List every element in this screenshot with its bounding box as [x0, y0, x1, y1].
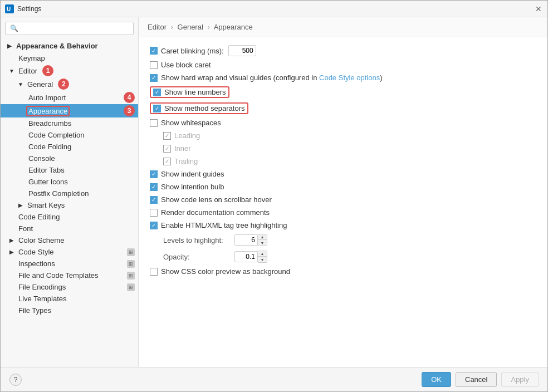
cancel-button[interactable]: Cancel	[456, 372, 497, 387]
show-line-numbers-checkbox[interactable]	[153, 89, 161, 96]
footer-left: ?	[9, 374, 417, 386]
general-badge: 2	[58, 79, 69, 90]
code-style-badge: ⊞	[127, 248, 135, 256]
sidebar-item-editor-tabs[interactable]: Editor Tabs	[1, 164, 138, 176]
opacity-up-button[interactable]: ▲	[258, 251, 267, 257]
enable-html-xml-label[interactable]: Enable HTML/XML tag tree highlighting	[150, 221, 287, 229]
sidebar-item-inspections[interactable]: Inspections ⊞	[1, 258, 138, 270]
chevron-right-icon2: ▶	[16, 202, 25, 208]
leading-checkbox[interactable]	[163, 132, 171, 140]
leading-label[interactable]: Leading	[163, 131, 200, 140]
levels-down-button[interactable]: ▼	[258, 240, 267, 246]
sidebar-item-code-style[interactable]: ▶ Code Style ⊞	[1, 246, 138, 258]
sidebar-item-console[interactable]: Console	[1, 153, 138, 164]
sidebar-item-file-types[interactable]: File Types	[1, 305, 138, 316]
sidebar-item-appearance-behavior[interactable]: ▶ Appearance & Behavior	[1, 40, 138, 52]
breadcrumb-editor: Editor	[148, 23, 167, 31]
auto-import-badge: 4	[124, 92, 135, 103]
help-button[interactable]: ?	[9, 374, 22, 386]
sidebar-item-editor[interactable]: ▼ Editor 1	[1, 64, 138, 77]
show-method-separators-highlight: Show method separators	[150, 102, 248, 114]
sidebar-item-code-folding[interactable]: Code Folding	[1, 141, 138, 153]
sidebar-item-label: Appearance	[26, 106, 70, 116]
show-method-separators-checkbox[interactable]	[153, 105, 161, 112]
show-indent-guides-checkbox[interactable]	[150, 170, 158, 178]
show-indent-guides-text: Show indent guides	[161, 170, 224, 178]
enable-html-xml-checkbox[interactable]	[150, 222, 158, 229]
show-indent-guides-label[interactable]: Show indent guides	[150, 170, 224, 178]
inner-label[interactable]: Inner	[163, 144, 191, 153]
breadcrumb-sep2: ›	[207, 23, 209, 31]
chevron-down-icon2: ▼	[16, 81, 25, 87]
inner-text: Inner	[174, 144, 191, 153]
show-whitespaces-text: Show whitespaces	[161, 119, 221, 127]
sidebar-item-label: File and Code Templates	[16, 271, 101, 280]
render-doc-comments-label[interactable]: Render documentation comments	[150, 208, 270, 217]
show-line-numbers-text: Show line numbers	[164, 88, 226, 96]
sidebar-item-postfix-completion[interactable]: Postfix Completion	[1, 188, 138, 199]
chevron-right-icon3: ▶	[7, 237, 16, 243]
show-line-numbers-highlight: Show line numbers	[150, 86, 229, 98]
search-input[interactable]	[5, 22, 134, 35]
levels-up-button[interactable]: ▲	[258, 234, 267, 240]
sidebar-item-live-templates[interactable]: Live Templates	[1, 293, 138, 305]
show-method-separators-label[interactable]: Show method separators	[153, 104, 245, 112]
caret-blinking-label[interactable]: Caret blinking (ms):	[150, 47, 224, 55]
svg-text:U: U	[7, 6, 11, 12]
code-style-link[interactable]: Code Style options	[319, 74, 380, 82]
sidebar-item-label: Console	[26, 154, 57, 163]
trailing-label[interactable]: Trailing	[163, 157, 198, 165]
app-icon: U	[5, 4, 14, 13]
use-block-caret-label[interactable]: Use block caret	[150, 61, 211, 69]
levels-input[interactable]	[234, 234, 258, 246]
chevron-down-icon: ▼	[7, 68, 16, 74]
show-code-lens-checkbox[interactable]	[150, 196, 158, 204]
sidebar-item-file-code-templates[interactable]: File and Code Templates ⊞	[1, 270, 138, 281]
sidebar-item-label: Code Completion	[26, 130, 86, 140]
show-hard-wrap-checkbox[interactable]	[150, 74, 158, 82]
sidebar-item-label: Auto Import	[26, 93, 68, 102]
sidebar-item-appearance-selected[interactable]: Appearance 3	[1, 104, 138, 117]
opacity-down-button[interactable]: ▼	[258, 257, 267, 262]
show-code-lens-label[interactable]: Show code lens on scrollbar hover	[150, 195, 272, 204]
ok-button[interactable]: OK	[422, 372, 451, 387]
sidebar-item-auto-import[interactable]: Auto Import 4	[1, 91, 138, 104]
sidebar-item-label: Postfix Completion	[26, 189, 91, 198]
sidebar-item-color-scheme[interactable]: ▶ Color Scheme	[1, 234, 138, 246]
show-css-color-text: Show CSS color preview as background	[161, 267, 290, 276]
sidebar-item-code-editing[interactable]: Code Editing	[1, 211, 138, 223]
caret-blinking-input[interactable]	[228, 45, 256, 56]
close-button[interactable]: ✕	[534, 4, 543, 13]
sidebar-item-label: Keymap	[16, 53, 47, 63]
sidebar-item-general[interactable]: ▼ General 2	[1, 77, 138, 91]
show-intention-bulb-label[interactable]: Show intention bulb	[150, 183, 224, 191]
sidebar-item-code-completion[interactable]: Code Completion	[1, 129, 138, 141]
sidebar-item-breadcrumbs[interactable]: Breadcrumbs	[1, 117, 138, 129]
render-doc-comments-checkbox[interactable]	[150, 209, 158, 217]
sidebar-item-gutter-icons[interactable]: Gutter Icons	[1, 176, 138, 188]
use-block-caret-checkbox[interactable]	[150, 61, 158, 69]
render-doc-comments-row: Render documentation comments	[150, 208, 536, 217]
opacity-input[interactable]	[234, 251, 258, 262]
show-css-color-label[interactable]: Show CSS color preview as background	[150, 267, 290, 276]
show-code-lens-text: Show code lens on scrollbar hover	[161, 195, 272, 204]
trailing-checkbox[interactable]	[163, 158, 171, 165]
sidebar-item-label: Appearance & Behavior	[14, 41, 100, 51]
apply-button[interactable]: Apply	[501, 372, 539, 387]
window-title: Settings	[17, 5, 534, 13]
show-line-numbers-row: Show line numbers	[150, 86, 536, 98]
show-line-numbers-label[interactable]: Show line numbers	[153, 88, 226, 96]
show-css-color-checkbox[interactable]	[150, 268, 158, 276]
opacity-label: Opacity:	[163, 253, 230, 261]
sidebar-item-keymap[interactable]: Keymap	[1, 52, 138, 64]
opacity-row: Opacity: ▲ ▼	[163, 251, 536, 263]
inner-checkbox[interactable]	[163, 145, 171, 153]
sidebar-item-file-encodings[interactable]: File Encodings ⊞	[1, 281, 138, 293]
sidebar-item-font[interactable]: Font	[1, 223, 138, 234]
sidebar-item-smart-keys[interactable]: ▶ Smart Keys	[1, 199, 138, 211]
show-whitespaces-label[interactable]: Show whitespaces	[150, 119, 221, 127]
show-intention-bulb-checkbox[interactable]	[150, 183, 158, 191]
caret-blinking-checkbox[interactable]	[150, 47, 158, 55]
show-hard-wrap-label[interactable]: Show hard wrap and visual guides (config…	[150, 74, 382, 82]
show-whitespaces-checkbox[interactable]	[150, 119, 158, 127]
